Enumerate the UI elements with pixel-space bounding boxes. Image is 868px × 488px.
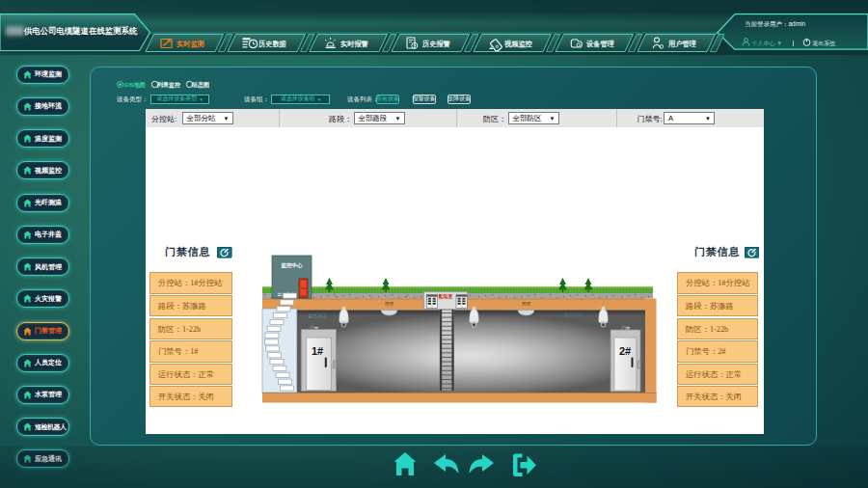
svg-text:监控中心: 监控中心	[282, 262, 304, 269]
svg-text:配电室: 配电室	[439, 293, 453, 300]
svg-text:1#: 1#	[312, 345, 323, 357]
svg-text:2#: 2#	[619, 345, 631, 357]
